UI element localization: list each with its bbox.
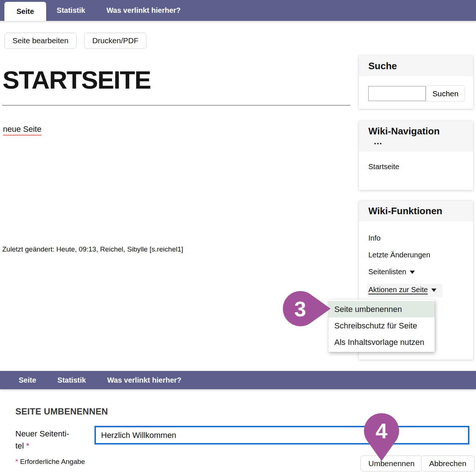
search-row: Suchen xyxy=(359,76,473,102)
aktionen-trigger-box: Aktionen zur Seite xyxy=(367,284,442,297)
title-divider xyxy=(2,105,350,105)
aktionen-dropdown-menu: Seite umbenennen Schreibschutz für Seite… xyxy=(328,300,435,352)
tab-was-verlinkt-hierher[interactable]: Was verlinkt hierher? xyxy=(96,0,191,21)
menu-item-schreibschutz[interactable]: Schreibschutz für Seite xyxy=(328,317,435,334)
ellipsis-icon[interactable]: ... xyxy=(368,137,464,145)
required-asterisk: * xyxy=(15,458,18,465)
funk-item-letzte-aenderungen[interactable]: Letzte Änderungen xyxy=(368,250,464,260)
new-page-title-input[interactable] xyxy=(94,426,469,445)
tab-seite-bottom[interactable]: Seite xyxy=(8,371,47,389)
page-title: STARTSEITE xyxy=(3,66,150,94)
annotation-step-4-number: 4 xyxy=(364,413,399,448)
tab-was-verlinkt-hierher-bottom[interactable]: Was verlinkt hierher? xyxy=(97,371,192,389)
search-panel-title: Suche xyxy=(368,60,464,72)
wiki-functions-title: Wiki-Funktionen xyxy=(368,205,464,217)
menu-item-seite-umbenennen[interactable]: Seite umbenennen xyxy=(328,301,435,317)
required-note-text: Erforderliche Angabe xyxy=(20,458,85,465)
tab-seite[interactable]: Seite xyxy=(4,2,46,21)
seitenlisten-label: Seitenlisten xyxy=(368,268,406,276)
search-input[interactable] xyxy=(368,86,426,101)
bottom-tabs: Seite Statistik Was verlinkt hierher? xyxy=(0,371,476,389)
label-line-2: tel xyxy=(15,441,24,450)
search-panel-header: Suche xyxy=(359,56,473,76)
required-note: * Erforderliche Angabe xyxy=(15,458,85,466)
annotation-step-4-balloon: 4 xyxy=(364,413,399,461)
page-toolbar: Seite bearbeiten Drucken/PDF xyxy=(4,33,146,49)
wiki-navigation-header: Wiki-Navigation ... xyxy=(359,121,473,152)
search-button[interactable]: Suchen xyxy=(426,85,465,102)
chevron-down-icon xyxy=(410,271,415,274)
bottom-tab-bar: Seite Statistik Was verlinkt hierher? xyxy=(0,371,476,389)
rename-form-heading: SEITE UMBENENNEN xyxy=(15,406,108,417)
last-modified-text: Zuletzt geändert: Heute, 09:13, Reichel,… xyxy=(2,245,183,253)
top-tabs: Seite Statistik Was verlinkt hierher? xyxy=(0,0,476,21)
search-panel: Suche Suchen xyxy=(359,56,473,109)
wiki-navigation-title: Wiki-Navigation xyxy=(368,126,464,137)
funk-item-info[interactable]: Info xyxy=(368,233,464,243)
neue-seite-link[interactable]: neue Seite xyxy=(3,124,41,135)
nav-item-startseite[interactable]: Startseite xyxy=(368,163,464,171)
wiki-functions-body: Info Letzte Änderungen Seitenlisten Akti… xyxy=(359,221,473,297)
new-page-title-label: Neuer Seitenti- tel * xyxy=(15,428,92,452)
required-asterisk: * xyxy=(26,441,29,450)
tab-statistik-bottom[interactable]: Statistik xyxy=(47,371,97,389)
annotation-step-3-balloon: 3 xyxy=(283,291,331,326)
wiki-navigation-panel: Wiki-Navigation ... Startseite xyxy=(359,121,473,190)
edit-page-button[interactable]: Seite bearbeiten xyxy=(4,33,77,49)
wiki-functions-header: Wiki-Funktionen xyxy=(359,201,473,221)
top-tab-bar: Seite Statistik Was verlinkt hierher? xyxy=(0,0,476,21)
print-pdf-button[interactable]: Drucken/PDF xyxy=(84,33,146,49)
chevron-down-icon xyxy=(431,289,436,292)
aktionen-label: Aktionen zur Seite xyxy=(368,286,428,294)
wiki-navigation-body: Startseite xyxy=(359,152,473,171)
label-line-1: Neuer Seitenti- xyxy=(15,429,69,438)
funk-item-seitenlisten[interactable]: Seitenlisten xyxy=(368,267,464,276)
cancel-button[interactable]: Abbrechen xyxy=(421,455,475,472)
annotation-step-3-number: 3 xyxy=(283,291,318,326)
funk-item-aktionen-zur-seite[interactable]: Aktionen zur Seite xyxy=(367,284,464,297)
tab-statistik[interactable]: Statistik xyxy=(46,0,96,21)
menu-item-inhaltsvorlage[interactable]: Als Inhaltsvorlage nutzen xyxy=(328,334,435,350)
